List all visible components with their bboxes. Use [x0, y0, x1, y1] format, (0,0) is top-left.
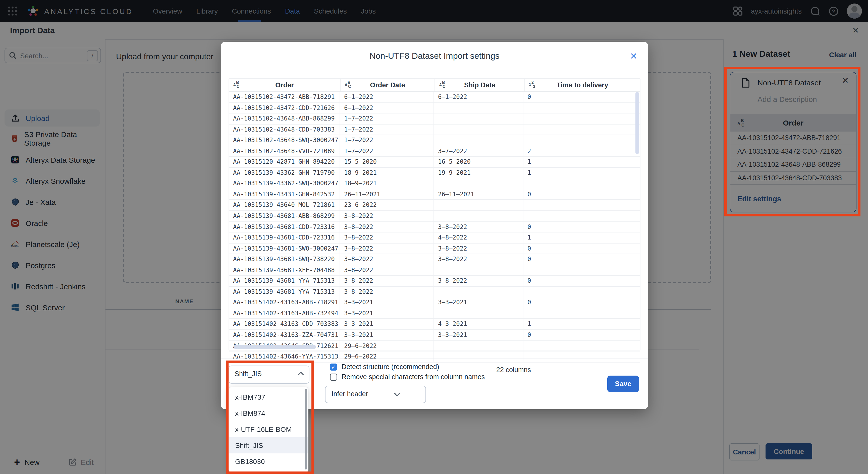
column-header-time-to-delivery: Time to delivery [557, 81, 608, 89]
column-header-ship-date: Ship Date [464, 81, 496, 89]
table-cell: 3–3–2021 [340, 297, 434, 308]
chevron-down-icon [394, 392, 400, 397]
table-cell: 23–6–2022 [340, 200, 434, 211]
table-cell [523, 265, 640, 276]
table-cell: AA-10315139-43681-XEE-704488 [229, 265, 340, 276]
table-cell: 1–7–2022 [340, 146, 434, 156]
preview-table: ABCOrder ABCOrder Date ABCShip Date 123T… [228, 78, 641, 350]
horizontal-scrollbar[interactable] [234, 345, 316, 349]
header-mode-select[interactable]: Infer header [325, 386, 426, 403]
table-cell: 6–1–2022 [340, 92, 434, 102]
table-cell: 29–6–2022 [340, 341, 434, 351]
preview-table-header: ABCOrder ABCOrder Date ABCShip Date 123T… [229, 79, 640, 92]
table-row: AA-10315120-42871-GHN-89422015–5–202016–… [229, 157, 640, 168]
table-cell: 3–8–2022 [340, 287, 434, 297]
table-cell [523, 135, 640, 145]
table-cell [434, 200, 523, 211]
table-row: AA-10315102-43648-VVU-7210891–7–20223–7–… [229, 146, 640, 157]
table-cell: AA-10315102-43648-ABB-868299 [229, 114, 340, 124]
table-cell: 3–8–2022 [340, 211, 434, 221]
table-cell: 4–3–2021 [434, 319, 523, 329]
table-cell: AA-10315139-43681-ABB-868299 [229, 211, 340, 221]
table-row: AA-10315139-43681-SWQ-30002473–8–20223–8… [229, 243, 640, 254]
table-cell [434, 308, 523, 319]
table-cell: 1–7–2022 [340, 135, 434, 145]
screen: ANALYTICS CLOUD Overview Library Connect… [0, 0, 868, 474]
table-cell: 0 [523, 276, 640, 286]
table-cell [523, 124, 640, 134]
table-cell: 0 [523, 243, 640, 254]
table-cell [523, 103, 640, 113]
table-cell: AA-10315139-43640-MOL-721861 [229, 200, 340, 211]
table-row: AA-103151402-43163-CDD-7033833–3–20214–3… [229, 319, 640, 330]
table-cell: 1–7–2022 [340, 114, 434, 124]
table-row: AA-10315139-43681-CDD-7233163–8–20223–8–… [229, 222, 640, 232]
table-cell [434, 211, 523, 221]
table-row: AA-10315139-43681-ABB-8682993–8–2022 [229, 211, 640, 222]
table-cell [434, 287, 523, 297]
remove-special-chars-row[interactable]: Remove special characters from column na… [330, 373, 485, 381]
highlight-box-new-dataset-card [724, 67, 861, 216]
detect-structure-label: Detect structure (recommended) [342, 363, 439, 371]
highlight-box-encoding-dropdown [226, 360, 314, 474]
table-row: AA-103151402-43163-ABB-7324943–3–2021 [229, 308, 640, 319]
table-cell: 1 [523, 168, 640, 178]
table-cell: 26–11–2021 [340, 189, 434, 199]
detect-structure-row[interactable]: ✓ Detect structure (recommended) [330, 363, 439, 371]
table-row: AA-103151402-43163-ABB-7182913–3–20213–3… [229, 297, 640, 308]
table-cell [434, 351, 523, 362]
checkbox-unchecked-icon[interactable] [330, 373, 337, 380]
text-type-icon: ABC [233, 81, 241, 89]
table-cell [434, 341, 523, 351]
table-cell: AA-10315139-43681-CDD-723316 [229, 222, 340, 232]
table-cell: AA-10315139-43681-YYA-715313 [229, 276, 340, 286]
modal-close-icon[interactable]: ✕ [630, 51, 638, 62]
table-cell: 1 [523, 319, 640, 329]
table-cell: 4–8–2022 [434, 232, 523, 243]
table-row: AA-10315139-43362-GHN-71979018–9–202119–… [229, 168, 640, 179]
table-row: AA-10315102-43472-CDD-7216266–1–2022 [229, 103, 640, 114]
save-button[interactable]: Save [607, 376, 639, 392]
import-settings-modal: Non-UTF8 Dataset Import settings ✕ ABCOr… [221, 42, 648, 409]
table-cell: 3–3–2021 [434, 297, 523, 308]
table-cell: 1 [523, 157, 640, 167]
table-cell: 0 [523, 189, 640, 199]
vertical-scrollbar[interactable] [636, 92, 639, 154]
table-cell: 16–5–2020 [434, 157, 523, 167]
table-cell: 3–3–2021 [434, 330, 523, 340]
column-header-order-date: Order Date [370, 81, 405, 89]
table-row: AA-10315139-43681-CDD-7233163–8–20224–8–… [229, 232, 640, 243]
checkbox-checked-icon[interactable]: ✓ [330, 363, 337, 370]
table-cell: 6–1–2022 [340, 103, 434, 113]
table-cell: 3–8–2022 [340, 222, 434, 232]
table-cell: 3–3–2021 [340, 330, 434, 340]
table-cell: AA-103151402-43163-ABB-718291 [229, 297, 340, 308]
table-cell: 1 [523, 232, 640, 243]
table-cell [434, 135, 523, 145]
table-cell: 0 [523, 297, 640, 308]
table-row: AA-10315139-43681-YYA-7153133–8–2022 [229, 287, 640, 297]
table-cell: 0 [523, 330, 640, 340]
table-cell: AA-10315139-43681-SWQ-3000247 [229, 243, 340, 254]
remove-special-chars-label: Remove special characters from column na… [342, 373, 485, 381]
table-cell: AA-103151402-43163-ZZA-704731 [229, 330, 340, 340]
table-cell [523, 341, 640, 351]
table-cell: 0 [523, 254, 640, 264]
column-header-order: Order [275, 81, 294, 89]
table-cell: AA-10315102-43648-CDD-703383 [229, 124, 340, 134]
text-type-icon: ABC [345, 81, 352, 89]
table-cell: AA-10315139-43681-CDD-723316 [229, 232, 340, 243]
table-cell [523, 351, 640, 362]
table-row: AA-10315139-43681-SWQ-7382203–8–20223–8–… [229, 254, 640, 265]
table-cell: 0 [523, 92, 640, 102]
table-cell [523, 114, 640, 124]
table-cell: 18–9–2021 [340, 168, 434, 178]
table-cell: 2 [523, 146, 640, 156]
table-row: AA-10315139-43362-SWQ-300024718–9–2021 [229, 179, 640, 189]
table-row: AA-10315139-43681-XEE-7044883–8–2022 [229, 265, 640, 276]
table-cell: 3–3–2021 [340, 319, 434, 329]
table-cell: 3–8–2022 [340, 265, 434, 276]
table-cell: AA-10315139-43362-GHN-719790 [229, 168, 340, 178]
modal-title: Non-UTF8 Dataset Import settings [221, 51, 648, 61]
table-cell: AA-10315102-43648-SWQ-3000247 [229, 135, 340, 145]
